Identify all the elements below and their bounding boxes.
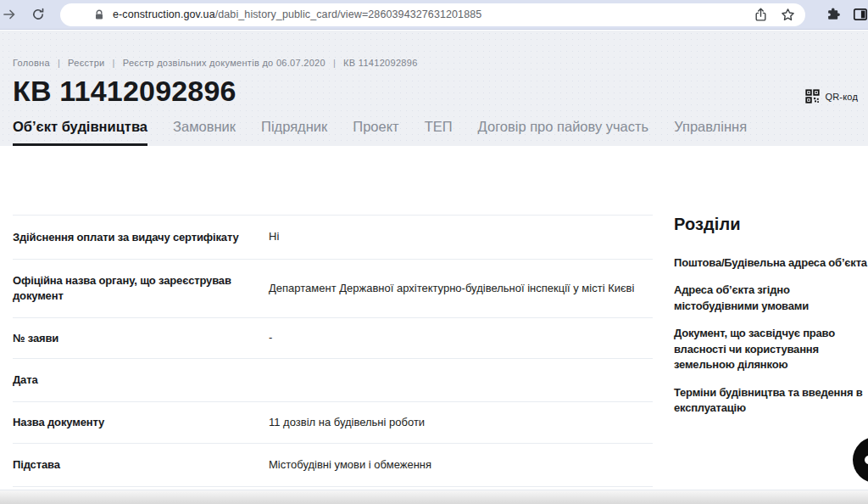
breadcrumb-separator: | bbox=[58, 58, 60, 68]
table-row: Офіційна назва органу, що зареєстрував д… bbox=[13, 260, 653, 318]
table-row: № заяви - bbox=[13, 318, 653, 359]
row-label: Здійснення оплати за видачу сертифікату bbox=[13, 230, 264, 245]
tab-tep[interactable]: ТЕП bbox=[425, 119, 453, 146]
row-label: № заяви bbox=[13, 331, 264, 346]
breadcrumb-item-current: КВ 11412092896 bbox=[343, 58, 417, 68]
table-row: Підстава Містобудівні умови і обмеження bbox=[13, 444, 653, 487]
reload-icon[interactable] bbox=[31, 7, 46, 22]
tab-construction-object[interactable]: Об’єкт будівництва bbox=[13, 119, 147, 146]
row-value: Містобудівні умови і обмеження bbox=[269, 457, 646, 473]
tab-bar: Об’єкт будівництва Замовник Підрядник Пр… bbox=[13, 119, 868, 146]
footer-edge bbox=[0, 490, 868, 504]
tab-contractor[interactable]: Підрядник bbox=[261, 119, 327, 146]
row-value: Ні bbox=[269, 229, 646, 245]
section-link-postal-address[interactable]: Поштова/Будівельна адреса об’єкта bbox=[674, 255, 868, 271]
row-value: 11 дозвіл на будівельні роботи bbox=[269, 415, 646, 431]
fab-glyph-icon bbox=[865, 456, 868, 464]
section-link-construction-terms[interactable]: Терміни будівництва та введення в експлу… bbox=[674, 385, 868, 417]
details-table: Здійснення оплати за видачу сертифікату … bbox=[13, 215, 653, 487]
bookmark-star-icon[interactable] bbox=[780, 7, 795, 22]
address-bar[interactable]: e-construction.gov.ua/dabi_history_publi… bbox=[60, 3, 805, 26]
tab-management[interactable]: Управління bbox=[674, 119, 747, 146]
side-panel-icon[interactable] bbox=[853, 7, 868, 22]
tab-customer[interactable]: Замовник bbox=[173, 119, 236, 146]
row-label: Дата bbox=[13, 372, 264, 388]
url-domain: e-construction.gov.ua bbox=[113, 8, 215, 20]
breadcrumb-item-home[interactable]: Головна bbox=[13, 58, 50, 68]
row-value: Департамент Державної архітектурно-будів… bbox=[269, 281, 646, 297]
forward-icon[interactable] bbox=[2, 7, 17, 22]
browser-window: e-construction.gov.ua/dabi_history_publi… bbox=[0, 0, 868, 504]
title-row: КВ 11412092896 QR-код bbox=[13, 75, 858, 108]
row-label: Офіційна назва органу, що зареєстрував д… bbox=[13, 273, 264, 303]
table-row: Дата bbox=[13, 359, 653, 402]
floating-action-button[interactable] bbox=[853, 437, 868, 483]
breadcrumb-separator: | bbox=[113, 58, 115, 68]
url-path: /dabi_history_public_card/view=286039432… bbox=[215, 8, 482, 20]
qr-label: QR-код bbox=[825, 92, 858, 102]
tab-project[interactable]: Проект bbox=[353, 119, 398, 146]
breadcrumb-item-registry[interactable]: Реєстр дозвільних документів до 06.07.20… bbox=[123, 58, 326, 68]
row-label: Підстава bbox=[13, 457, 264, 473]
sections-title: Розділи bbox=[674, 215, 868, 234]
breadcrumb-separator: | bbox=[333, 58, 336, 68]
tab-share-agreement[interactable]: Договір про пайову участь bbox=[478, 119, 649, 146]
page-header: Головна | Реєстри | Реєстр дозвільних до… bbox=[0, 31, 868, 146]
page-title: КВ 11412092896 bbox=[13, 75, 236, 108]
qr-code-button[interactable]: QR-код bbox=[805, 89, 858, 104]
row-value: - bbox=[269, 330, 646, 346]
table-row: Назва документу 11 дозвіл на будівельні … bbox=[13, 402, 653, 444]
url-text: e-construction.gov.ua/dabi_history_publi… bbox=[113, 8, 741, 20]
table-row: Здійснення оплати за видачу сертифікату … bbox=[13, 216, 653, 260]
share-icon[interactable] bbox=[753, 7, 768, 22]
row-label: Назва документу bbox=[13, 415, 264, 430]
lock-icon bbox=[94, 9, 104, 20]
breadcrumb: Головна | Реєстри | Реєстр дозвільних до… bbox=[13, 58, 418, 68]
browser-actions bbox=[814, 7, 868, 22]
sections-sidebar: Розділи Поштова/Будівельна адреса об’єкт… bbox=[674, 215, 868, 428]
extensions-puzzle-icon[interactable] bbox=[826, 7, 841, 22]
breadcrumb-item-registries[interactable]: Реєстри bbox=[68, 58, 104, 68]
section-link-land-ownership-document[interactable]: Документ, що засвідчує право власності ч… bbox=[674, 326, 868, 372]
qr-icon bbox=[805, 89, 820, 104]
section-link-urban-conditions-address[interactable]: Адреса об’єкта згідно містобудівними умо… bbox=[674, 283, 868, 314]
browser-toolbar: e-construction.gov.ua/dabi_history_publi… bbox=[0, 0, 868, 30]
